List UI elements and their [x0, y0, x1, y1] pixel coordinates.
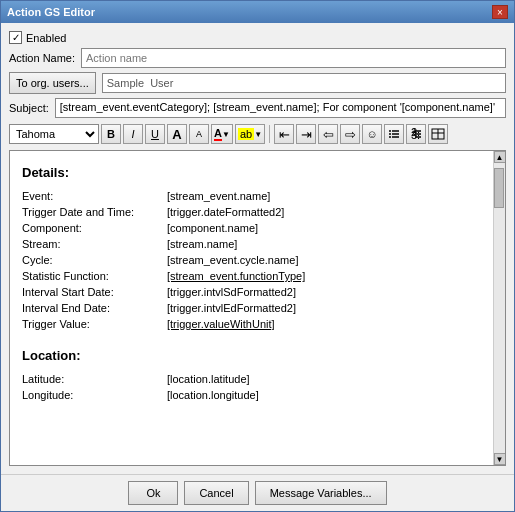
- field-value: [trigger.intvlEdFormatted2]: [167, 300, 481, 316]
- field-label: Interval End Date:: [22, 300, 167, 316]
- toolbar-separator-1: [269, 125, 270, 143]
- field-value: [stream.name]: [167, 236, 481, 252]
- field-value: [stream_event.functionType]: [167, 268, 481, 284]
- dropdown-arrow: ▼: [222, 130, 230, 139]
- cancel-button[interactable]: Cancel: [184, 481, 248, 505]
- enabled-checkbox[interactable]: ✓: [9, 31, 22, 44]
- field-value: [stream_event.name]: [167, 188, 481, 204]
- scrollbar-track[interactable]: [494, 163, 505, 453]
- align-right-button[interactable]: ⇦: [318, 124, 338, 144]
- editor-content[interactable]: Details: Event:[stream_event.name]Trigge…: [10, 151, 493, 465]
- action-name-label: Action Name:: [9, 52, 75, 64]
- org-users-row: To org. users...: [9, 72, 506, 94]
- field-label: Cycle:: [22, 252, 167, 268]
- highlight-dropdown-arrow: ▼: [254, 130, 262, 139]
- action-name-row: Action Name:: [9, 48, 506, 68]
- field-value: [location.latitude]: [167, 371, 481, 387]
- font-size-down-button[interactable]: A: [189, 124, 209, 144]
- subject-field[interactable]: [stream_event.eventCategory]; [stream_ev…: [55, 98, 506, 118]
- field-label: Trigger Date and Time:: [22, 204, 167, 220]
- subject-row: Subject: [stream_event.eventCategory]; […: [9, 98, 506, 118]
- action-gs-editor-window: Action GS Editor × ✓ Enabled Action Name…: [0, 0, 515, 512]
- font-color-button[interactable]: A ▼: [211, 124, 233, 144]
- table-row: Latitude:[location.latitude]: [22, 371, 481, 387]
- details-table: Event:[stream_event.name]Trigger Date an…: [22, 188, 481, 332]
- table-row: Trigger Value:[trigger.valueWithUnit]: [22, 316, 481, 332]
- field-value: [trigger.dateFormatted2]: [167, 204, 481, 220]
- table-row: Cycle:[stream_event.cycle.name]: [22, 252, 481, 268]
- editor-scrollbar[interactable]: ▲ ▼: [493, 151, 505, 465]
- field-label: Statistic Function:: [22, 268, 167, 284]
- table-row: Statistic Function:[stream_event.functio…: [22, 268, 481, 284]
- font-size-up-button[interactable]: A: [167, 124, 187, 144]
- location-table: Latitude:[location.latitude]Longitude:[l…: [22, 371, 481, 403]
- align-center-button[interactable]: ⇥: [296, 124, 316, 144]
- bold-button[interactable]: B: [101, 124, 121, 144]
- font-select[interactable]: Tahoma: [9, 124, 99, 144]
- field-label: Longitude:: [22, 387, 167, 403]
- align-left-button[interactable]: ⇤: [274, 124, 294, 144]
- svg-point-5: [389, 136, 391, 138]
- field-label: Interval Start Date:: [22, 284, 167, 300]
- location-heading: Location:: [22, 348, 481, 363]
- editor-toolbar: Tahoma B I U A A A ▼ ab ▼ ⇤ ⇥ ⇦ ⇨ ☺: [9, 122, 506, 146]
- org-users-button[interactable]: To org. users...: [9, 72, 96, 94]
- underline-button[interactable]: U: [145, 124, 165, 144]
- svg-text:3.: 3.: [411, 129, 420, 141]
- field-value: [trigger.valueWithUnit]: [167, 316, 481, 332]
- table-row: Longitude:[location.longitude]: [22, 387, 481, 403]
- table-row: Trigger Date and Time:[trigger.dateForma…: [22, 204, 481, 220]
- window-title: Action GS Editor: [7, 6, 95, 18]
- table-row: Interval End Date:[trigger.intvlEdFormat…: [22, 300, 481, 316]
- scroll-up-button[interactable]: ▲: [494, 151, 506, 163]
- table-row: Event:[stream_event.name]: [22, 188, 481, 204]
- highlight-button[interactable]: ab ▼: [235, 124, 265, 144]
- message-variables-button[interactable]: Message Variables...: [255, 481, 387, 505]
- table-row: Interval Start Date:[trigger.intvlSdForm…: [22, 284, 481, 300]
- svg-point-4: [389, 133, 391, 135]
- italic-button[interactable]: I: [123, 124, 143, 144]
- field-value: [location.longitude]: [167, 387, 481, 403]
- scrollbar-thumb[interactable]: [494, 168, 504, 208]
- org-user-field[interactable]: [102, 73, 506, 93]
- list-unordered-button[interactable]: [384, 124, 404, 144]
- footer: Ok Cancel Message Variables...: [1, 474, 514, 511]
- field-label: Component:: [22, 220, 167, 236]
- main-content: ✓ Enabled Action Name: To org. users... …: [1, 23, 514, 474]
- title-bar: Action GS Editor ×: [1, 1, 514, 23]
- list-ordered-button[interactable]: 1.2.3.: [406, 124, 426, 144]
- enabled-row: ✓ Enabled: [9, 31, 506, 44]
- field-value: [stream_event.cycle.name]: [167, 252, 481, 268]
- action-name-input[interactable]: [81, 48, 506, 68]
- subject-label: Subject:: [9, 102, 49, 114]
- editor-wrapper: Details: Event:[stream_event.name]Trigge…: [9, 150, 506, 466]
- field-value: [trigger.intvlSdFormatted2]: [167, 284, 481, 300]
- field-label: Latitude:: [22, 371, 167, 387]
- details-heading: Details:: [22, 165, 481, 180]
- enabled-label: Enabled: [26, 32, 66, 44]
- field-label: Stream:: [22, 236, 167, 252]
- ok-button[interactable]: Ok: [128, 481, 178, 505]
- align-justify-button[interactable]: ⇨: [340, 124, 360, 144]
- scroll-down-button[interactable]: ▼: [494, 453, 506, 465]
- field-value: [component.name]: [167, 220, 481, 236]
- table-row: Stream:[stream.name]: [22, 236, 481, 252]
- smiley-button[interactable]: ☺: [362, 124, 382, 144]
- field-label: Event:: [22, 188, 167, 204]
- close-button[interactable]: ×: [492, 5, 508, 19]
- table-insert-button[interactable]: [428, 124, 448, 144]
- svg-point-3: [389, 130, 391, 132]
- table-row: Component:[component.name]: [22, 220, 481, 236]
- field-label: Trigger Value:: [22, 316, 167, 332]
- checkbox-check-mark: ✓: [12, 32, 20, 43]
